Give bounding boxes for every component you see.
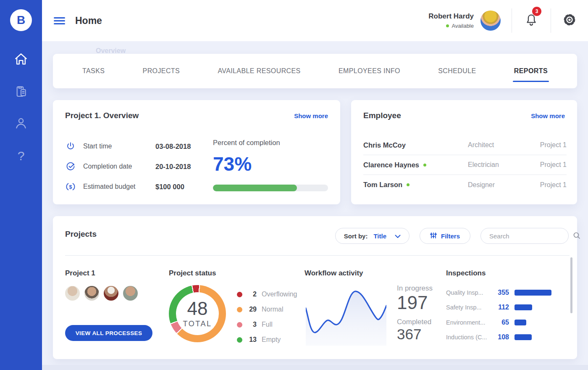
completion-progress-track [213,185,328,191]
power-icon [65,141,76,151]
overview-label: Completion date [83,163,155,170]
legend-item: 3 Full [237,317,297,332]
inspection-bar [514,334,532,340]
tab-reports[interactable]: REPORTS [514,67,548,75]
tab-employees-info[interactable]: EMPLOYEES INFO [339,67,400,75]
projects-toolbar: Sort by: Title Filters [335,228,569,244]
scrollbar-thumb[interactable] [570,257,572,313]
notifications-button[interactable]: 3 [512,13,551,29]
gear-icon [562,12,577,29]
search-input[interactable] [489,233,573,240]
employee-name: Chris McCoy [363,141,468,149]
projects-card-title: Projects [65,230,97,239]
overview-rows: Start time 03-08-2018 Completion date 20… [65,136,191,197]
in-progress-label: In progress [397,284,452,293]
person-icon [14,116,28,132]
filters-button[interactable]: Filters [420,228,470,244]
inspections-rows: Quality Insp... 355 Safety Insp... 112 E… [446,285,551,345]
status-dot [446,24,449,27]
overview-row-start-time: Start time 03-08-2018 [65,136,191,156]
sidebar-item-help[interactable]: ? [0,140,42,172]
view-all-processes-button[interactable]: VIEW ALL PROCESSES [65,325,152,341]
employee-card-title: Employee [363,111,401,120]
app-logo[interactable]: B [10,9,32,31]
settings-button[interactable] [551,12,588,29]
tab-schedule[interactable]: SCHEDULE [438,67,476,75]
sort-by-dropdown[interactable]: Sort by: Title [335,228,410,244]
inspection-label: Quality Insp... [446,289,491,296]
logout-icon [14,342,28,357]
workflow-activity-column: Workflow activity In progress 197 Comple… [304,269,363,278]
sidebar-item-logout[interactable] [0,337,42,362]
inspection-value: 65 [491,319,509,326]
project-status-column: Project status 48 TOTAL [169,269,226,342]
inspection-bar [514,304,532,310]
employee-row[interactable]: Tom Larson Designer Project 1 [363,175,567,195]
employee-project: Project 1 [533,141,567,149]
filters-icon [430,232,437,240]
project-overview-card: Project 1. Overview Show more Start time… [53,100,340,204]
sidebar-nav: ? [0,44,42,172]
tab-available-resources[interactable]: AVAILABLE RESOURCES [218,67,300,75]
donut-center: 48 TOTAL [176,292,219,335]
legend-value: 29 [247,306,257,313]
team-avatar[interactable] [65,286,80,301]
inspection-label: Environment... [446,319,491,326]
employee-role: Architect [468,141,533,149]
team-avatar[interactable] [123,286,138,301]
tab-tasks[interactable]: TASKS [82,67,105,75]
tab-projects[interactable]: PROJECTS [143,67,180,75]
employee-row[interactable]: Clarence Haynes Electrician Project 1 [363,155,567,175]
inspection-bar [514,290,551,296]
project-status-legend: 2 Overflowing 29 Normal 3 Full 13 Empty [237,287,297,347]
sidebar-item-tasks[interactable] [0,76,42,108]
overview-value: 03-08-2018 [155,143,191,151]
inspections-title: Inspections [446,269,551,278]
completion-block: Percent of completion 73% [213,139,328,191]
top-bar: Home Robert Hardy Available 3 [42,0,588,41]
user-status-text: Available [452,23,474,29]
legend-dot [237,337,242,343]
search-icon [573,232,580,240]
workflow-stats: In progress 197 Completed 367 [397,284,452,343]
inspection-value: 108 [491,333,509,341]
inspections-column: Inspections Quality Insp... 355 Safety I… [446,269,551,345]
search-box[interactable] [480,228,569,244]
sidebar-item-employees[interactable] [0,108,42,140]
completion-progress-fill [213,185,297,191]
online-dot [407,183,410,186]
overview-row-completion-date: Completion date 20-10-2018 [65,156,191,177]
legend-dot [237,292,242,297]
avatar[interactable] [480,11,501,31]
user-meta: Robert Hardy Available [428,12,474,29]
overview-show-more-link[interactable]: Show more [294,112,328,119]
hamburger-menu-icon[interactable] [54,16,65,26]
inspection-label: Inductions (C... [446,334,491,341]
notification-badge: 3 [532,7,541,16]
sort-by-label: Sort by: [344,233,368,240]
chevron-down-icon [391,233,401,240]
sidebar-item-home[interactable] [0,44,42,76]
overview-value: 20-10-2018 [155,163,191,171]
donut-total-value: 48 [187,299,208,318]
employee-rows: Chris McCoy Architect Project 1 Clarence… [363,135,567,195]
in-progress-value: 197 [397,293,452,313]
user-status: Available [428,23,474,29]
completion-percent: 73% [213,153,328,175]
employee-show-more-link[interactable]: Show more [531,112,565,119]
overview-row-estimated-budget: $ Estimated budget $100 000 [65,177,191,197]
inspection-row: Safety Insp... 112 [446,300,551,315]
project-1-column: Project 1 VIEW ALL PROCESSES [65,269,152,341]
inspection-row: Environment... 65 [446,315,551,330]
employee-row[interactable]: Chris McCoy Architect Project 1 [363,135,567,155]
sidebar: B [0,0,42,370]
employee-role: Designer [468,181,533,189]
legend-item: 13 Empty [237,332,297,347]
legend-label: Empty [262,336,281,344]
team-avatar[interactable] [104,286,118,301]
team-avatar[interactable] [84,286,99,301]
clipboard-icon [14,85,28,100]
legend-item: 29 Normal [237,302,297,317]
check-circle-icon [65,161,76,172]
employee-name: Clarence Haynes [363,161,468,169]
